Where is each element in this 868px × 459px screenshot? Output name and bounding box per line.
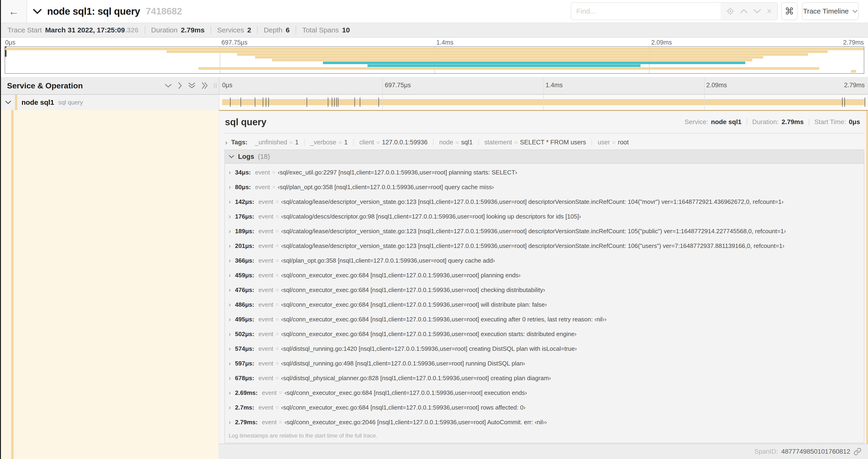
service-operation-header: Service & Operation (1, 81, 165, 90)
find-input[interactable] (571, 3, 720, 20)
grid-header-left: Service & Operation (1, 77, 219, 94)
chevron-down-icon (229, 155, 234, 158)
log-row[interactable]: ›502μs:event=‹sql/conn_executor_exec.go:… (225, 327, 864, 342)
command-icon: ⌘ (785, 6, 794, 17)
log-row[interactable]: ›2.69ms:event=‹sql/conn_executor_exec.go… (225, 386, 864, 401)
log-row[interactable]: ›34μs:event=‹sql/exec_util.go:2297 [nsql… (225, 166, 864, 181)
log-field-value: ‹sql/distsql_running.go:1420 [nsql1,clie… (281, 345, 577, 352)
title-group: node sql1: sql query 7418682 (33, 0, 182, 23)
log-field-value: ‹sql/plan_opt.go:358 [nsql1,client=127.0… (281, 257, 495, 264)
log-expander-icon[interactable]: › (229, 271, 231, 279)
log-field-key: event (262, 418, 277, 426)
log-row[interactable]: ›201μs:event=‹sql/catalog/lease/descript… (225, 239, 864, 254)
detail-overview: Service: node sql1 Duration: 2.79ms Star… (685, 118, 860, 126)
log-row[interactable]: ›495μs:event=‹sql/conn_executor_exec.go:… (225, 313, 864, 327)
log-field-key: event (258, 198, 274, 205)
log-field-value: ‹sql/conn_executor_exec.go:684 [nsql1,cl… (281, 301, 547, 308)
title-collapse-chevron-icon[interactable] (33, 9, 41, 14)
minimap-span-bar (255, 56, 764, 59)
tags-row[interactable]: › Tags: _unfinished=1_verbose=1client=12… (225, 136, 860, 148)
log-row[interactable]: ›366μs:event=‹sql/plan_opt.go:358 [nsql1… (225, 254, 864, 269)
log-row[interactable]: ›486μs:event=‹sql/conn_executor_exec.go:… (225, 298, 864, 313)
log-expander-icon[interactable]: › (229, 301, 231, 308)
log-field-equals: = (276, 404, 279, 411)
tag-value: sql1 (461, 139, 473, 146)
log-expander-icon[interactable]: › (229, 227, 231, 235)
log-row[interactable]: ›176μs:event=‹sql/catalog/descs/descript… (225, 210, 864, 225)
span-detail-panel: sql query Service: node sql1 Duration: 2… (219, 110, 868, 444)
detail-header: sql query Service: node sql1 Duration: 2… (225, 114, 860, 129)
log-field-value: ‹sql/catalog/descs/descriptor.go:98 [nsq… (281, 213, 581, 220)
collapse-all-double-chevron-down-icon[interactable] (188, 82, 195, 89)
log-row[interactable]: ›476μs:event=‹sql/conn_executor_exec.go:… (225, 283, 864, 298)
tag-value: 127.0.0.1:59936 (382, 139, 428, 146)
log-row[interactable]: ›189μs:event=‹sql/catalog/lease/descript… (225, 225, 864, 239)
log-expander-icon[interactable]: › (229, 316, 231, 323)
log-timestamp: 486μs: (235, 301, 254, 308)
tag-value: 1 (295, 139, 299, 146)
log-row[interactable]: ›2.79ms:event=‹sql/conn_executor_exec.go… (225, 416, 864, 430)
log-expander-icon[interactable]: › (229, 418, 231, 426)
logs-title: Logs (238, 153, 254, 160)
log-row[interactable]: ›80μs:event=‹sql/plan_opt.go:358 [nsql1,… (225, 181, 864, 195)
log-field-value: ‹sql/distsql_physical_planner.go:828 [ns… (281, 374, 551, 382)
log-timestamp: 201μs: (235, 242, 254, 250)
log-timestamp: 678μs: (235, 374, 254, 382)
log-expander-icon[interactable]: › (229, 286, 231, 294)
minimap-canvas[interactable] (5, 46, 864, 74)
log-row[interactable]: ›597μs:event=‹sql/distsql_running.go:498… (225, 357, 864, 371)
log-field-value: ‹sql/conn_executor_exec.go:684 [nsql1,cl… (281, 286, 545, 294)
log-field-value: ‹sql/conn_executor_exec.go:684 [nsql1,cl… (281, 271, 521, 279)
tags-expander-icon[interactable]: › (225, 138, 227, 146)
span-id-value: 4877749850101760812 (781, 448, 850, 455)
log-field-key: event (255, 183, 270, 191)
duration-label: Duration: (752, 118, 779, 126)
divider (296, 26, 296, 34)
find-clear-icon[interactable]: × (767, 7, 772, 15)
log-row[interactable]: ›678μs:event=‹sql/distsql_physical_plann… (225, 371, 864, 386)
tag-key: _verbose (310, 139, 336, 146)
logs-count: (18) (258, 153, 270, 160)
link-icon[interactable] (854, 448, 862, 456)
log-expander-icon[interactable]: › (229, 404, 231, 411)
locate-icon[interactable] (726, 7, 734, 15)
log-expander-icon[interactable]: › (229, 374, 231, 382)
tag-item: _unfinished=1 (249, 139, 304, 146)
tag-equals: = (612, 139, 616, 146)
log-row[interactable]: ›574μs:event=‹sql/distsql_running.go:142… (225, 342, 864, 357)
log-expander-icon[interactable]: › (229, 183, 231, 191)
view-selector-button[interactable]: Trace Timeline (802, 2, 859, 20)
view-selector-label: Trace Timeline (803, 7, 849, 15)
ruler-gridline (382, 77, 383, 110)
expand-all-double-chevron-right-icon[interactable] (202, 82, 208, 89)
collapse-one-chevron-down-icon[interactable] (165, 84, 172, 88)
span-collapse-chevron-icon[interactable] (5, 101, 11, 104)
expand-one-chevron-right-icon[interactable] (178, 82, 182, 89)
find-next-icon[interactable] (753, 9, 761, 13)
column-resizer-handle[interactable] (214, 83, 217, 88)
log-expander-icon[interactable]: › (229, 389, 231, 396)
back-button[interactable]: ← (1, 0, 27, 23)
find-prev-icon[interactable] (740, 9, 748, 13)
log-expander-icon[interactable]: › (229, 198, 231, 205)
log-timestamp: 2.7ms: (235, 404, 254, 411)
log-expander-icon[interactable]: › (229, 242, 231, 250)
log-field-value: ‹sql/conn_executor_exec.go:2046 [nsql1,c… (284, 418, 547, 426)
tags-list: _unfinished=1_verbose=1client=127.0.0.1:… (249, 139, 634, 146)
log-expander-icon[interactable]: › (229, 213, 231, 220)
log-expander-icon[interactable]: › (229, 360, 231, 367)
log-expander-icon[interactable]: › (229, 169, 231, 176)
minimap-span-bar (237, 53, 808, 56)
log-timestamp: 189μs: (235, 227, 254, 235)
keyboard-shortcut-button[interactable]: ⌘ (781, 2, 798, 20)
log-expander-icon[interactable]: › (229, 257, 231, 264)
logs-header[interactable]: Logs (18) (225, 150, 864, 163)
log-row[interactable]: ›459μs:event=‹sql/conn_executor_exec.go:… (225, 269, 864, 283)
log-row[interactable]: ›2.7ms:event=‹sql/conn_executor_exec.go:… (225, 401, 864, 416)
log-expander-icon[interactable]: › (229, 330, 231, 338)
log-expander-icon[interactable]: › (229, 345, 231, 352)
span-row-label-cell[interactable]: node sql1 sql query (1, 95, 219, 110)
divider (145, 26, 145, 34)
log-timestamp: 495μs: (235, 316, 254, 323)
log-row[interactable]: ›142μs:event=‹sql/catalog/lease/descript… (225, 195, 864, 210)
